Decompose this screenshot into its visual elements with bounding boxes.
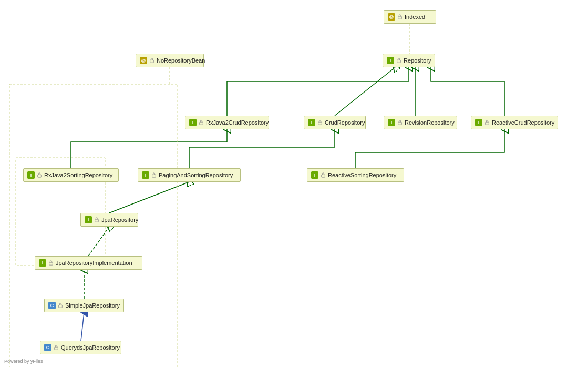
svg-rect-16 [200, 122, 203, 125]
badge-norepositorybean: @ [140, 57, 147, 64]
svg-rect-24 [49, 262, 53, 265]
svg-line-7 [88, 227, 109, 256]
badge-rxjava2sortingrepository: I [27, 171, 35, 179]
svg-rect-21 [152, 175, 156, 177]
svg-line-9 [81, 312, 84, 341]
svg-line-4 [335, 67, 395, 116]
lock-icon-rxjava2crudrepository [199, 120, 204, 125]
svg-rect-26 [55, 347, 58, 350]
badge-simplejparepository: C [48, 302, 56, 309]
label-jparepositoryimplementation: JpaRepositoryImplementation [56, 260, 132, 266]
lock-icon-revisionrepository [397, 120, 403, 125]
lock-icon-rxjava2sortingrepository [37, 172, 42, 178]
badge-reactivecrudrepository: I [475, 119, 482, 126]
lock-icon-reactivesortingrepository [321, 172, 326, 178]
badge-querydsjparepository: C [44, 344, 51, 351]
svg-line-6 [109, 182, 189, 213]
label-querydsjparepository: QuerydsJpaRepository [61, 344, 120, 351]
node-repository: I Repository [383, 54, 435, 67]
node-querydsjparepository: C QuerydsJpaRepository [40, 341, 121, 354]
lock-icon-norepositorybean [149, 58, 154, 63]
label-jparepository: JpaRepository [101, 217, 138, 223]
node-jparepositoryimplementation: I JpaRepositoryImplementation [35, 256, 142, 270]
label-rxjava2sortingrepository: RxJava2SortingRepository [44, 172, 112, 178]
diagram-container: @ Indexed@ NoRepositoryBeanI RepositoryI… [0, 0, 588, 367]
svg-rect-13 [398, 16, 402, 19]
svg-rect-20 [38, 175, 42, 177]
badge-rxjava2crudrepository: I [189, 119, 197, 126]
svg-rect-14 [150, 60, 154, 63]
badge-revisionrepository: I [388, 119, 395, 126]
node-reactivecrudrepository: I ReactiveCrudRepository [471, 116, 558, 129]
footer-text: Powered by yFiles [4, 359, 43, 364]
svg-rect-19 [486, 122, 489, 125]
lock-icon-pagingandsortingrepository [151, 172, 157, 178]
node-reactivesortingrepository: I ReactiveSortingRepository [307, 168, 404, 182]
label-norepositorybean: NoRepositoryBean [157, 57, 205, 64]
badge-pagingandsortingrepository: I [142, 171, 149, 179]
lock-icon-simplejparepository [58, 303, 63, 308]
label-revisionrepository: RevisionRepository [405, 119, 455, 126]
badge-repository: I [387, 57, 394, 64]
badge-indexed: @ [388, 13, 395, 21]
label-reactivesortingrepository: ReactiveSortingRepository [328, 172, 396, 178]
svg-rect-18 [398, 122, 402, 125]
svg-rect-17 [318, 122, 322, 125]
svg-rect-22 [322, 175, 325, 177]
svg-rect-15 [397, 60, 401, 63]
node-rxjava2crudrepository: I RxJava2CrudRepository [185, 116, 269, 129]
svg-rect-23 [95, 219, 99, 222]
label-simplejparepository: SimpleJpaRepository [65, 302, 120, 309]
badge-jparepositoryimplementation: I [39, 259, 46, 267]
badge-jparepository: I [85, 216, 92, 223]
node-pagingandsortingrepository: I PagingAndSortingRepository [138, 168, 241, 182]
label-pagingandsortingrepository: PagingAndSortingRepository [159, 172, 233, 178]
lock-icon-querydsjparepository [54, 345, 59, 350]
svg-rect-25 [59, 305, 63, 308]
label-indexed: Indexed [405, 14, 425, 20]
node-norepositorybean: @ NoRepositoryBean [136, 54, 204, 67]
node-simplejparepository: C SimpleJpaRepository [44, 299, 124, 312]
lock-icon-jparepositoryimplementation [48, 260, 54, 266]
badge-reactivesortingrepository: I [311, 171, 318, 179]
label-reactivecrudrepository: ReactiveCrudRepository [492, 119, 554, 126]
label-rxjava2crudrepository: RxJava2CrudRepository [206, 119, 269, 126]
lock-icon-jparepository [94, 217, 99, 222]
lock-icon-repository [396, 58, 401, 63]
node-revisionrepository: I RevisionRepository [384, 116, 457, 129]
node-indexed: @ Indexed [384, 10, 436, 24]
node-rxjava2sortingrepository: I RxJava2SortingRepository [23, 168, 119, 182]
node-jparepository: I JpaRepository [80, 213, 138, 227]
lock-icon-indexed [397, 14, 403, 19]
badge-crudrepository: I [308, 119, 315, 126]
label-crudrepository: CrudRepository [325, 119, 365, 126]
lock-icon-reactivecrudrepository [484, 120, 490, 125]
label-repository: Repository [404, 57, 431, 64]
lock-icon-crudrepository [317, 120, 323, 125]
node-crudrepository: I CrudRepository [304, 116, 366, 129]
